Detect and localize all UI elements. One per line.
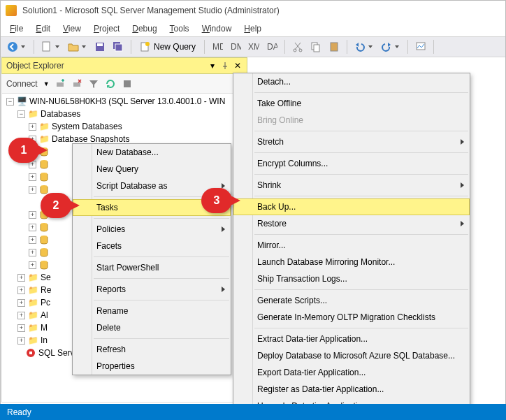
status-text: Ready [7, 407, 31, 417]
connect-remove-icon[interactable] [71, 78, 83, 90]
activity-monitor-icon[interactable] [412, 38, 429, 55]
agent-icon [26, 348, 36, 358]
cm-launch-mirroring[interactable]: Launch Database Mirroring Monitor... [233, 254, 470, 270]
folder-icon: 📁 [39, 134, 49, 144]
status-bar: Ready [0, 404, 506, 420]
xmla-icon[interactable]: XMLA [245, 38, 262, 55]
cm-back-up[interactable]: Back Up... [233, 198, 470, 215]
pin-icon[interactable] [220, 61, 230, 71]
cm-extract-data-tier[interactable]: Extract Data-tier Application... [233, 331, 470, 347]
undo-button[interactable] [352, 38, 368, 55]
folder-icon: 📁 [28, 323, 38, 333]
svg-rect-19 [73, 82, 80, 87]
menu-file[interactable]: File [4, 22, 29, 35]
cm-new-database[interactable]: New Database... [73, 144, 231, 161]
database-icon [39, 159, 49, 169]
server-icon: 🖥️ [17, 96, 27, 106]
tree-system-databases[interactable]: +📁System Databases [2, 120, 247, 133]
svg-rect-31 [29, 352, 32, 354]
new-query-label: New Query [154, 42, 196, 52]
cm-start-powershell[interactable]: Start PowerShell [73, 259, 231, 276]
cm-policies[interactable]: Policies [73, 221, 231, 238]
svg-text:DMX: DMX [231, 42, 241, 52]
connect-add-icon[interactable] [54, 78, 66, 90]
redo-button[interactable] [378, 38, 395, 55]
cm-restore[interactable]: Restore [233, 215, 470, 232]
cm-export-data-tier[interactable]: Export Data-tier Application... [233, 364, 470, 381]
title-bar: Solution1 - Microsoft SQL Server Managem… [0, 0, 506, 21]
database-icon [39, 172, 49, 182]
menu-debug[interactable]: Debug [127, 22, 162, 35]
menu-window[interactable]: Window [196, 22, 238, 35]
cm-shrink[interactable]: Shrink [233, 177, 470, 194]
folder-icon: 📁 [28, 285, 38, 295]
menu-help[interactable]: Help [238, 22, 267, 35]
cm-refresh[interactable]: Refresh [73, 341, 231, 358]
menu-project[interactable]: Project [88, 22, 125, 35]
folder-icon: 📁 [28, 273, 38, 282]
stop-icon[interactable] [121, 78, 133, 90]
cm-facets[interactable]: Facets [73, 238, 231, 254]
database-icon [39, 184, 49, 194]
refresh-icon[interactable] [104, 78, 117, 90]
object-explorer-header: Object Explorer ▾ ✕ [1, 57, 247, 74]
cm-register-data-tier[interactable]: Register as Data-tier Application... [233, 381, 470, 398]
save-all-button[interactable] [110, 38, 127, 55]
database-icon [39, 222, 49, 232]
filter-icon[interactable] [87, 78, 100, 90]
database-icon [39, 247, 49, 257]
cm-mirror[interactable]: Mirror... [233, 237, 470, 254]
svg-rect-18 [57, 82, 64, 87]
cm-ship-logs[interactable]: Ship Transaction Logs... [233, 270, 470, 287]
mdx-icon[interactable]: MDX [209, 38, 226, 55]
svg-text:XMLA: XMLA [248, 42, 259, 52]
open-button[interactable] [65, 38, 82, 55]
cm-deploy-azure[interactable]: Deploy Database to Microsoft Azure SQL D… [233, 347, 470, 364]
svg-point-0 [8, 42, 17, 52]
connect-label[interactable]: Connect [6, 79, 39, 89]
nav-back-button[interactable] [4, 38, 21, 55]
cut-button[interactable] [289, 38, 306, 55]
cm-take-offline[interactable]: Take Offline [233, 95, 470, 112]
cm-generate-scripts[interactable]: Generate Scripts... [233, 292, 470, 309]
menu-edit[interactable]: Edit [30, 22, 56, 35]
cm-bring-online: Bring Online [233, 112, 470, 129]
menu-view[interactable]: View [57, 22, 87, 35]
cm-delete[interactable]: Delete [73, 319, 231, 336]
cm-properties[interactable]: Properties [73, 358, 231, 375]
copy-button[interactable] [308, 38, 324, 55]
svg-rect-17 [417, 43, 425, 50]
svg-rect-20 [124, 80, 131, 87]
paste-button[interactable] [326, 38, 342, 55]
close-icon[interactable]: ✕ [233, 61, 243, 71]
cm-encrypt-columns[interactable]: Encrypt Columns... [233, 155, 470, 172]
menu-bar: File Edit View Project Debug Tools Windo… [0, 21, 506, 36]
svg-rect-5 [115, 44, 122, 51]
folder-icon: 📁 [28, 335, 38, 345]
ssms-icon [6, 5, 17, 16]
dax-icon[interactable]: DAX [263, 38, 280, 55]
new-query-button[interactable]: New Query [136, 38, 200, 55]
dmx-icon[interactable]: DMX [227, 38, 244, 55]
new-item-button[interactable] [38, 38, 55, 55]
callout-2: 2 [41, 193, 71, 218]
svg-rect-15 [314, 45, 319, 52]
object-explorer-title: Object Explorer [6, 61, 64, 71]
menu-tools[interactable]: Tools [164, 22, 195, 35]
cm-stretch[interactable]: Stretch [233, 133, 470, 150]
cm-reports[interactable]: Reports [73, 281, 231, 298]
callout-1: 1 [8, 138, 39, 163]
window-title: Solution1 - Microsoft SQL Server Managem… [22, 6, 280, 15]
cm-new-query[interactable]: New Query [73, 161, 231, 178]
cm-detach[interactable]: Detach... [233, 73, 470, 90]
tasks-submenu: Detach... Take Offline Bring Online Stre… [233, 73, 470, 420]
database-icon [39, 235, 49, 245]
tree-databases-node[interactable]: −📁Databases [2, 108, 247, 120]
folder-icon: 📁 [28, 298, 38, 307]
panel-dropdown-icon[interactable]: ▾ [208, 61, 217, 71]
cm-generate-oltp[interactable]: Generate In-Memory OLTP Migration Checkl… [233, 309, 470, 326]
save-button[interactable] [92, 38, 108, 55]
svg-rect-3 [97, 43, 103, 46]
tree-server-node[interactable]: −🖥️WIN-NU6L58H0KH3 (SQL Server 13.0.4001… [2, 95, 247, 108]
cm-rename[interactable]: Rename [73, 303, 231, 319]
